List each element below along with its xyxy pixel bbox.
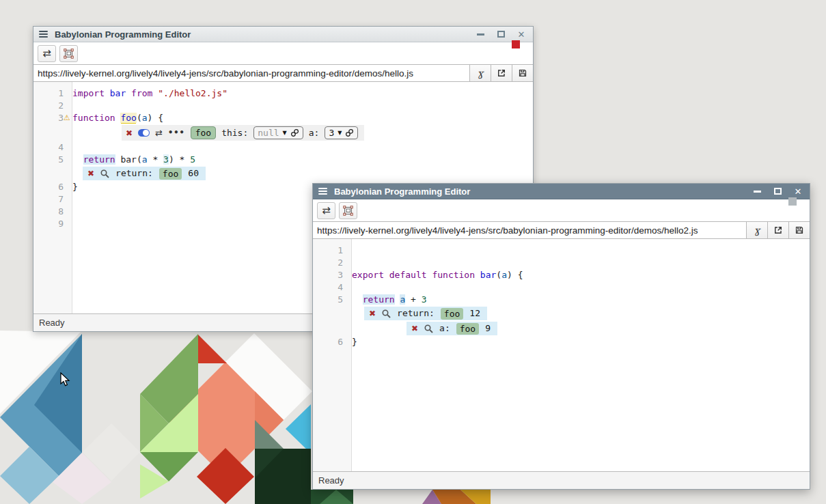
code-token: ) * <box>169 154 190 165</box>
line-number: 4 <box>313 281 352 294</box>
toolbar: ⇄ <box>313 199 810 221</box>
more-options-icon[interactable]: ••• <box>168 130 185 135</box>
code-token: bar <box>480 270 496 280</box>
hamburger-menu-icon[interactable] <box>39 31 48 38</box>
probe-label: return: <box>397 307 435 320</box>
remove-probe-button[interactable]: ✖ <box>411 324 418 333</box>
sync-indicator <box>512 40 520 48</box>
remove-example-button[interactable]: ✖ <box>126 129 133 137</box>
line-number: 4 <box>33 141 72 154</box>
minimize-button[interactable] <box>476 29 485 39</box>
url-input[interactable] <box>313 222 746 238</box>
line-number: 3⚠ <box>33 112 72 124</box>
swap-button[interactable]: ⇄ <box>38 45 56 62</box>
param-label: this: <box>221 127 248 139</box>
swap-arrows-icon: ⇄ <box>42 48 51 59</box>
dropdown-value: null <box>258 127 279 139</box>
open-external-button[interactable] <box>767 222 788 238</box>
code-token: 5 <box>190 154 195 165</box>
example-toggle[interactable] <box>138 129 150 137</box>
maximize-button[interactable] <box>773 186 782 196</box>
external-link-icon <box>497 68 506 78</box>
maximize-button[interactable] <box>496 29 506 39</box>
probe-widget: ✖return:foo60 <box>83 167 206 180</box>
line-number: 8 <box>33 206 72 218</box>
external-link-icon <box>773 225 783 235</box>
hamburger-menu-icon[interactable] <box>318 188 327 195</box>
code-token: a <box>142 154 148 165</box>
save-button[interactable] <box>788 222 810 238</box>
url-bar: ɣ <box>313 221 810 239</box>
code-token: 3 <box>422 294 427 305</box>
connect-link-icon[interactable] <box>345 128 354 137</box>
close-button[interactable]: ✕ <box>793 186 803 196</box>
open-external-button[interactable] <box>491 65 512 81</box>
inspect-halo-icon <box>64 48 74 59</box>
close-button[interactable]: ✕ <box>517 29 526 39</box>
probe-label: return: <box>115 167 153 180</box>
dropdown-value: 3 <box>329 127 334 139</box>
status-text: Ready <box>318 475 344 486</box>
code-token: ) { <box>507 270 523 280</box>
swap-example-icon[interactable]: ⇄ <box>155 128 163 137</box>
save-icon <box>795 225 804 235</box>
code-token: return <box>83 154 115 165</box>
code-token <box>352 294 363 305</box>
sync-indicator <box>788 197 797 206</box>
save-button[interactable] <box>512 65 533 81</box>
param-value-dropdown[interactable]: null▼ <box>253 126 303 139</box>
swap-arrows-icon: ⇄ <box>322 206 331 216</box>
magnifier-icon[interactable] <box>424 324 433 333</box>
versions-icon: ɣ <box>478 68 483 79</box>
line-number: 5 <box>33 154 72 166</box>
probe-value: 9 <box>485 322 491 335</box>
param-value-dropdown[interactable]: 3▼ <box>325 126 358 139</box>
save-icon <box>518 68 527 78</box>
code-token: ( <box>496 270 501 280</box>
probe-widget: ✖a:foo9 <box>407 322 497 335</box>
code-token: bar <box>110 88 126 98</box>
status-bar: Ready <box>313 471 810 489</box>
code-token: from <box>126 88 158 98</box>
versions-button[interactable]: ɣ <box>469 65 491 81</box>
url-input[interactable] <box>33 65 469 81</box>
code-token: 3 <box>163 154 169 165</box>
line-number: 5 <box>313 294 352 306</box>
code-token: * <box>148 154 163 165</box>
minimize-button[interactable] <box>752 186 762 196</box>
inspect-halo-button[interactable] <box>339 202 357 219</box>
window-title: Babylonian Programming Editor <box>55 29 469 40</box>
code-token: } <box>352 337 357 347</box>
line-number: 3 <box>313 269 352 281</box>
code-editor[interactable]: 123export default function bar(a) {45 re… <box>313 239 810 471</box>
code-token: a <box>501 270 507 280</box>
titlebar[interactable]: Babylonian Programming Editor ✕ <box>313 184 810 199</box>
connect-link-icon[interactable] <box>290 128 299 137</box>
magnifier-icon[interactable] <box>382 309 391 318</box>
remove-probe-button[interactable]: ✖ <box>369 309 376 318</box>
versions-icon: ɣ <box>754 225 760 236</box>
magnifier-icon[interactable] <box>100 169 109 178</box>
window-title: Babylonian Programming Editor <box>334 186 745 197</box>
swap-button[interactable]: ⇄ <box>317 202 335 219</box>
code-token: foo <box>120 113 136 123</box>
code-token: function <box>72 113 120 123</box>
code-token: return <box>363 294 395 305</box>
line-number: 2 <box>33 100 72 112</box>
probe-value: 12 <box>469 307 480 320</box>
versions-button[interactable]: ɣ <box>746 222 767 238</box>
line-number: 6 <box>313 336 352 348</box>
code-token <box>72 154 83 165</box>
example-name-button[interactable]: foo <box>191 126 216 139</box>
line-number: 1 <box>313 244 352 257</box>
remove-probe-button[interactable]: ✖ <box>87 169 94 178</box>
chevron-down-icon: ▼ <box>338 127 342 139</box>
titlebar[interactable]: Babylonian Programming Editor ✕ <box>33 27 533 42</box>
line-number: 7 <box>33 193 72 206</box>
inspect-halo-button[interactable] <box>59 45 78 62</box>
probe-label: a: <box>439 322 450 335</box>
status-text: Ready <box>39 318 65 328</box>
chevron-down-icon: ▼ <box>283 127 287 139</box>
warning-icon[interactable]: ⚠ <box>64 112 70 124</box>
example-badge: foo <box>159 168 182 180</box>
